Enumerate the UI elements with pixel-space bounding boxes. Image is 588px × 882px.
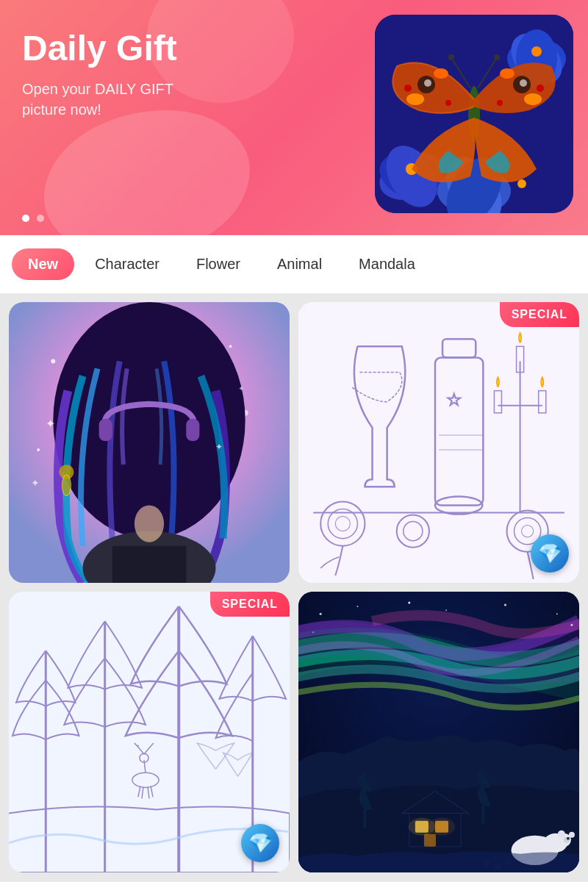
- diamond-icon: 💎: [538, 542, 562, 565]
- tab-character[interactable]: Character: [79, 248, 176, 280]
- svg-point-21: [500, 68, 514, 79]
- svg-point-23: [537, 85, 544, 92]
- special-badge-forest: SPECIAL: [210, 592, 290, 617]
- svg-point-94: [429, 818, 455, 836]
- diamond-badge-wine: 💎: [531, 534, 569, 573]
- svg-point-31: [51, 359, 55, 363]
- svg-text:✦: ✦: [46, 417, 55, 430]
- svg-rect-92: [424, 834, 436, 847]
- svg-point-102: [558, 831, 565, 838]
- banner-subtitle: Open your DAILY GIFT picture now!: [22, 79, 213, 120]
- aurora-illustration: [298, 592, 579, 872]
- svg-point-18: [406, 93, 424, 105]
- diamond-icon-forest: 💎: [248, 832, 272, 855]
- grid-item-wine[interactable]: ☆: [298, 302, 579, 583]
- svg-point-20: [524, 93, 542, 105]
- svg-point-24: [445, 100, 451, 106]
- tab-mandala[interactable]: Mandala: [343, 248, 431, 280]
- svg-point-83: [408, 602, 410, 604]
- svg-point-103: [569, 832, 575, 838]
- tab-animal[interactable]: Animal: [261, 248, 338, 280]
- banner-dots: [22, 215, 44, 222]
- butterfly-illustration: [375, 15, 573, 213]
- svg-text:✦: ✦: [238, 384, 244, 392]
- tab-new[interactable]: New: [12, 248, 74, 280]
- svg-text:☆: ☆: [446, 390, 462, 409]
- svg-point-81: [320, 613, 322, 615]
- svg-text:✦: ✦: [215, 442, 223, 452]
- banner-section: Daily Gift Open your DAILY GIFT picture …: [0, 0, 588, 235]
- category-tabs: New Character Flower Animal Mandala: [0, 235, 588, 293]
- tab-flower[interactable]: Flower: [180, 248, 257, 280]
- svg-point-22: [404, 85, 412, 92]
- svg-point-101: [567, 837, 570, 840]
- aurora-art: [298, 592, 579, 872]
- diamond-badge-forest: 💎: [241, 824, 279, 862]
- girl-illustration: ✦ ✦ ✦ ✦: [9, 302, 290, 583]
- svg-text:✦: ✦: [31, 477, 40, 489]
- banner-image[interactable]: [375, 15, 573, 213]
- svg-point-85: [504, 604, 506, 606]
- svg-point-40: [62, 475, 71, 495]
- grid-item-girl[interactable]: ✦ ✦ ✦ ✦: [9, 302, 290, 583]
- svg-point-27: [448, 54, 454, 60]
- grid-item-aurora[interactable]: [298, 592, 579, 872]
- svg-point-25: [497, 100, 503, 106]
- special-badge-wine: SPECIAL: [500, 302, 579, 327]
- svg-point-38: [135, 505, 164, 542]
- svg-point-86: [556, 613, 558, 614]
- svg-point-88: [570, 624, 573, 626]
- svg-point-87: [312, 631, 314, 633]
- svg-point-84: [445, 609, 447, 611]
- svg-point-34: [37, 448, 40, 451]
- dot-2[interactable]: [37, 215, 44, 222]
- girl-art: ✦ ✦ ✦ ✦: [9, 302, 290, 583]
- svg-point-29: [494, 54, 500, 60]
- svg-rect-46: [186, 419, 199, 441]
- grid-item-forest[interactable]: SPECIAL 💎: [9, 592, 290, 872]
- svg-point-11: [531, 46, 542, 57]
- svg-rect-45: [99, 419, 112, 441]
- svg-point-15: [424, 79, 431, 87]
- content-grid: ✦ ✦ ✦ ✦ ☆: [0, 293, 588, 881]
- svg-point-12: [517, 179, 526, 188]
- dot-1[interactable]: [22, 215, 29, 222]
- svg-rect-37: [112, 546, 187, 583]
- svg-point-19: [434, 68, 448, 79]
- svg-point-17: [520, 79, 527, 87]
- banner-blob: [44, 110, 250, 235]
- svg-point-32: [229, 345, 232, 348]
- svg-point-82: [356, 606, 358, 607]
